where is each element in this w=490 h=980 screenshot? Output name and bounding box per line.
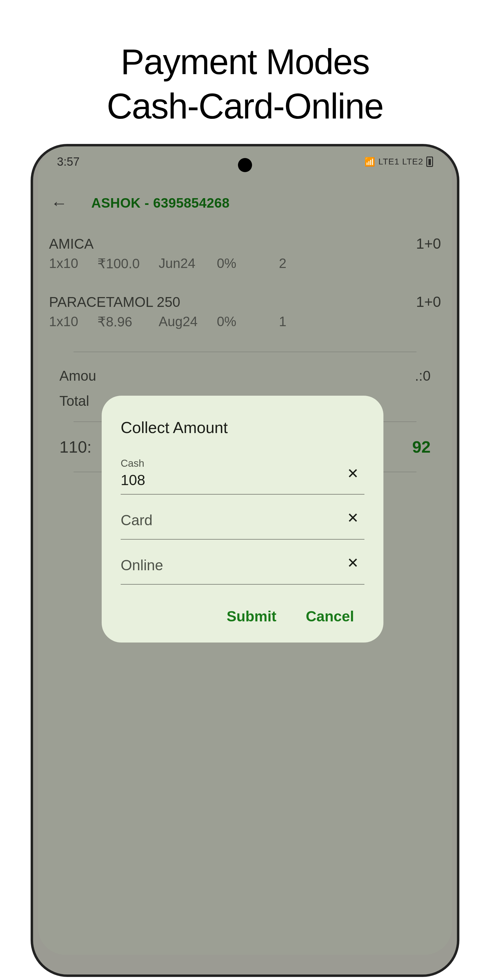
card-input[interactable]: Card ✕ bbox=[121, 510, 364, 539]
dialog-buttons: Submit Cancel bbox=[121, 608, 364, 625]
cash-field-wrapper: Cash ✕ bbox=[121, 458, 364, 495]
page-heading-line2: Cash-Card-Online bbox=[0, 84, 490, 129]
camera-notch bbox=[238, 158, 252, 172]
online-input[interactable]: Online ✕ bbox=[121, 555, 364, 585]
close-icon[interactable]: ✕ bbox=[347, 510, 359, 526]
dialog-overlay: Collect Amount Cash ✕ Card ✕ Online ✕ bbox=[38, 146, 452, 955]
card-field-wrapper: Card ✕ bbox=[121, 510, 364, 539]
cash-label: Cash bbox=[121, 458, 364, 469]
phone-frame: 3:57 📶 LTE1 LTE2 ← ASHOK - 6395854268 AM… bbox=[30, 144, 460, 977]
cancel-button[interactable]: Cancel bbox=[306, 608, 354, 625]
close-icon[interactable]: ✕ bbox=[347, 465, 359, 482]
dialog-title: Collect Amount bbox=[121, 418, 364, 437]
online-field-wrapper: Online ✕ bbox=[121, 555, 364, 585]
page-heading-line1: Payment Modes bbox=[0, 40, 490, 84]
phone-screen: 3:57 📶 LTE1 LTE2 ← ASHOK - 6395854268 AM… bbox=[38, 146, 452, 955]
close-icon[interactable]: ✕ bbox=[347, 555, 359, 571]
page-marketing-heading: Payment Modes Cash-Card-Online bbox=[0, 0, 490, 129]
cash-input[interactable] bbox=[121, 470, 364, 495]
collect-amount-dialog: Collect Amount Cash ✕ Card ✕ Online ✕ bbox=[102, 396, 383, 643]
submit-button[interactable]: Submit bbox=[227, 608, 277, 625]
